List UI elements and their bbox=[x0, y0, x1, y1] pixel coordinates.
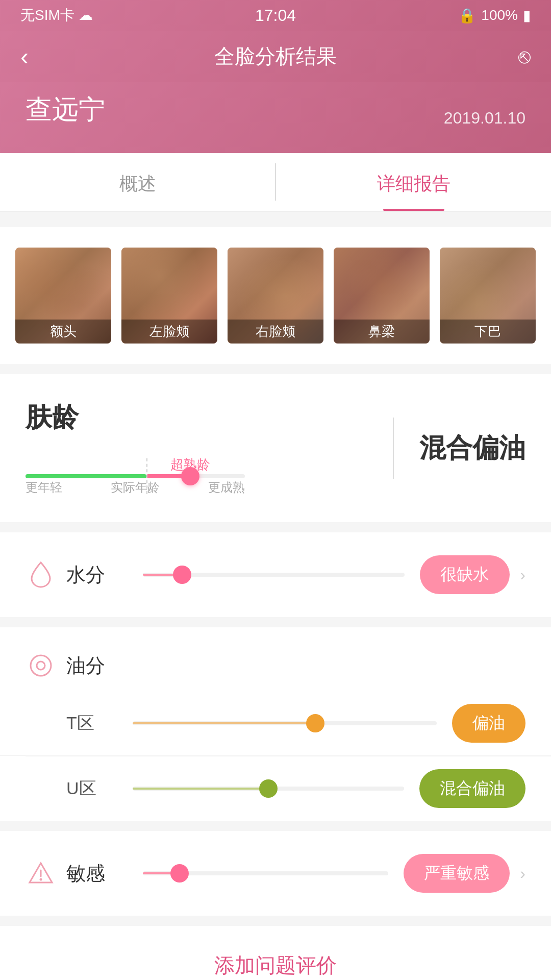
water-track bbox=[143, 573, 405, 577]
add-evaluation-label[interactable]: 添加问题评价 bbox=[214, 954, 337, 976]
lock-icon: 🔒 bbox=[458, 7, 476, 24]
t-zone-slider bbox=[133, 721, 437, 725]
svg-point-0 bbox=[31, 655, 51, 676]
share-button[interactable]: ⎋ bbox=[500, 45, 531, 68]
face-images-row: 额头 左脸颊 右脸颊 bbox=[15, 248, 536, 344]
status-bar: 无SIM卡 ☁ 17:04 🔒 100% ▮ bbox=[0, 0, 551, 31]
age-skin-divider bbox=[393, 418, 394, 479]
water-icon bbox=[26, 559, 56, 590]
face-img-chin: 下巴 bbox=[440, 248, 536, 344]
header-info: 查远宁 2019.01.10 bbox=[0, 82, 551, 153]
battery-text: 100% bbox=[481, 7, 518, 23]
face-label-forehead: 额头 bbox=[15, 320, 111, 344]
water-metric-section: 水分 很缺水 › bbox=[0, 532, 551, 617]
page-title: 全脸分析结果 bbox=[51, 42, 500, 70]
back-button[interactable]: ‹ bbox=[20, 42, 51, 70]
water-metric-row[interactable]: 水分 很缺水 › bbox=[0, 532, 551, 617]
oil-u-zone-row[interactable]: U区 混合偏油 bbox=[0, 756, 551, 821]
water-badge: 很缺水 bbox=[420, 555, 510, 594]
tab-detail-report[interactable]: 详细报告 bbox=[276, 153, 551, 211]
status-right: 🔒 100% ▮ bbox=[458, 7, 531, 24]
analysis-date: 2019.01.10 bbox=[444, 109, 525, 128]
sensitivity-icon bbox=[26, 858, 56, 889]
water-arrow[interactable]: › bbox=[520, 566, 525, 584]
water-thumb bbox=[173, 566, 191, 584]
skin-age-labels: 更年轻 实际年龄 更成熟 bbox=[26, 479, 245, 496]
oil-t-zone-row[interactable]: T区 偏油 bbox=[0, 691, 551, 756]
sensitivity-row[interactable]: 敏感 严重敏感 › bbox=[0, 831, 551, 916]
svg-point-3 bbox=[40, 878, 42, 881]
face-img-left: 左脸颊 bbox=[121, 248, 217, 344]
tabs-container: 概述 详细报告 bbox=[0, 153, 551, 212]
t-zone-fill bbox=[133, 722, 315, 724]
skin-age-thumb bbox=[181, 467, 199, 485]
skin-age-fill-green bbox=[26, 474, 146, 478]
face-item-left[interactable]: 左脸颊 bbox=[121, 248, 217, 344]
add-evaluation-section[interactable]: 添加问题评价 bbox=[0, 926, 551, 980]
u-zone-label: U区 bbox=[66, 777, 117, 800]
sensitivity-badge: 严重敏感 bbox=[404, 854, 510, 893]
skin-age-card: 肤龄 超熟龄 更年轻 实际年龄 更成熟 混合偏油 bbox=[0, 374, 551, 522]
face-item-right[interactable]: 右脸颊 bbox=[228, 248, 323, 344]
t-zone-label: T区 bbox=[66, 712, 117, 735]
content-area: 额头 左脸颊 右脸颊 bbox=[0, 212, 551, 980]
sensitivity-label: 敏感 bbox=[66, 861, 128, 887]
sensitivity-slider bbox=[143, 871, 388, 875]
label-actual: 实际年龄 bbox=[111, 479, 160, 496]
face-item-chin[interactable]: 下巴 bbox=[440, 248, 536, 344]
battery-icon: ▮ bbox=[523, 7, 531, 24]
no-sim-text: 无SIM卡 ☁ bbox=[20, 6, 93, 25]
status-left: 无SIM卡 ☁ bbox=[20, 6, 93, 25]
face-images-card: 额头 左脸颊 右脸颊 bbox=[0, 227, 551, 364]
t-zone-badge: 偏油 bbox=[452, 704, 525, 743]
u-zone-fill bbox=[133, 788, 268, 790]
face-img-right: 右脸颊 bbox=[228, 248, 323, 344]
face-label-left: 左脸颊 bbox=[121, 320, 217, 344]
face-label-nose: 鼻梁 bbox=[334, 320, 430, 344]
t-zone-thumb bbox=[306, 714, 324, 732]
sensitivity-section: 敏感 严重敏感 › bbox=[0, 831, 551, 916]
face-item-forehead[interactable]: 额头 bbox=[15, 248, 111, 344]
label-mature: 更成熟 bbox=[208, 479, 245, 496]
face-item-nose[interactable]: 鼻梁 bbox=[334, 248, 430, 344]
face-img-nose: 鼻梁 bbox=[334, 248, 430, 344]
face-img-forehead: 额头 bbox=[15, 248, 111, 344]
label-young: 更年轻 bbox=[26, 479, 62, 496]
skin-age-divider-line bbox=[146, 458, 147, 494]
oil-icon bbox=[26, 650, 56, 681]
u-zone-slider bbox=[133, 787, 404, 791]
patient-name: 查远宁 bbox=[26, 92, 105, 128]
svg-point-1 bbox=[37, 662, 45, 670]
oil-header: 油分 bbox=[0, 627, 551, 691]
sensitivity-arrow[interactable]: › bbox=[520, 864, 525, 883]
skin-age-title: 肤龄 bbox=[26, 400, 79, 435]
skin-type: 混合偏油 bbox=[419, 430, 525, 466]
sensitivity-thumb bbox=[170, 864, 189, 883]
face-label-right: 右脸颊 bbox=[228, 320, 323, 344]
tab-overview[interactable]: 概述 bbox=[0, 153, 275, 211]
oil-label: 油分 bbox=[66, 653, 128, 679]
nav-bar: ‹ 全脸分析结果 ⎋ bbox=[0, 31, 551, 82]
skin-age-left: 肤龄 超熟龄 更年轻 实际年龄 更成熟 bbox=[26, 400, 367, 497]
status-time: 17:04 bbox=[255, 6, 296, 25]
face-label-chin: 下巴 bbox=[440, 320, 536, 344]
water-label: 水分 bbox=[66, 562, 128, 588]
sensitivity-track bbox=[143, 871, 388, 875]
u-zone-badge: 混合偏油 bbox=[419, 769, 525, 808]
oil-section: 油分 T区 偏油 U区 混合偏油 bbox=[0, 627, 551, 821]
u-zone-thumb bbox=[259, 779, 278, 798]
water-slider bbox=[143, 573, 405, 577]
